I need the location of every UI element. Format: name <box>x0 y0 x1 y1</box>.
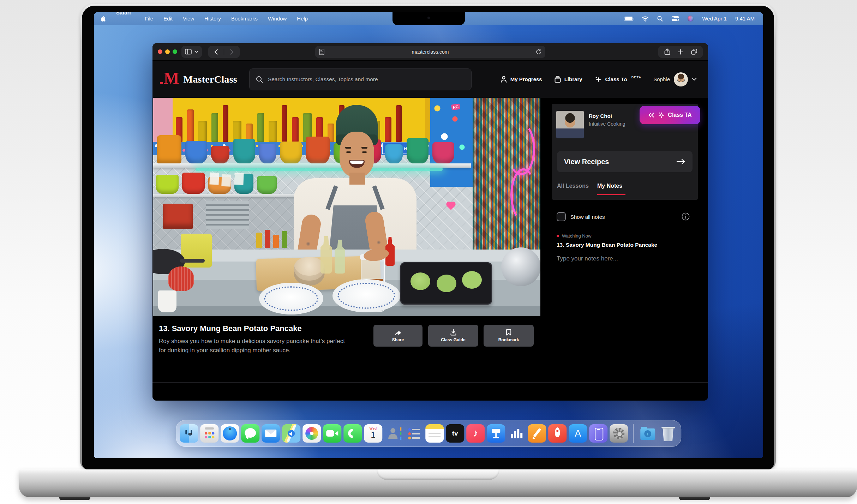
show-all-notes-checkbox[interactable] <box>557 212 566 221</box>
sparkle-icon <box>594 76 602 83</box>
reload-icon[interactable] <box>536 49 542 55</box>
sidebar-chevron-down-icon[interactable] <box>194 50 198 53</box>
nav-class-ta-label: Class TA <box>605 76 628 82</box>
menu-bar-time[interactable]: 9:41 AM <box>735 16 755 22</box>
menu-item-history[interactable]: History <box>204 16 221 22</box>
sidebar-toggle-group <box>181 46 202 58</box>
spotlight-search-icon[interactable] <box>657 16 663 22</box>
class-guide-button[interactable]: Class Guide <box>428 325 478 347</box>
control-center-icon[interactable] <box>671 16 679 21</box>
dock-numbers-icon[interactable] <box>507 424 526 443</box>
share-button[interactable]: Share <box>373 325 422 347</box>
tab-my-notes[interactable]: My Notes <box>597 183 622 189</box>
menu-item-edit[interactable]: Edit <box>163 16 173 22</box>
nav-class-ta[interactable]: Class TA BETA <box>594 76 642 83</box>
nav-library[interactable]: Library <box>554 76 582 83</box>
download-icon <box>450 329 457 336</box>
arrow-right-icon <box>676 158 685 165</box>
minimize-window-button[interactable] <box>165 49 170 54</box>
video-griddle <box>400 262 492 305</box>
dock-notes-icon[interactable] <box>425 424 444 443</box>
notes-input[interactable]: Type your notes here... <box>557 255 618 262</box>
menu-item-help[interactable]: Help <box>297 16 308 22</box>
chef-smile <box>349 160 365 168</box>
dock-pages-icon[interactable] <box>528 424 546 443</box>
close-window-button[interactable] <box>158 49 162 54</box>
search-bar[interactable] <box>249 68 472 90</box>
dock-app-store-icon[interactable]: A <box>569 424 587 443</box>
dock-music-icon[interactable] <box>466 424 485 443</box>
address-bar[interactable]: masterclass.com <box>315 46 545 58</box>
tab-overview-button[interactable] <box>687 46 701 58</box>
dock-rocket-icon[interactable] <box>548 424 567 443</box>
apple-tv-label: tv <box>452 430 458 437</box>
wifi-icon[interactable] <box>642 16 649 22</box>
siri-icon[interactable] <box>688 16 694 22</box>
dock-photos-icon[interactable] <box>302 424 321 443</box>
menu-bar-status: Wed Apr 1 9:41 AM <box>624 16 763 22</box>
share-page-button[interactable] <box>660 46 674 58</box>
menu-item-window[interactable]: Window <box>268 16 287 22</box>
instructor-thumbnail <box>556 111 584 138</box>
apple-menu-icon[interactable] <box>101 16 106 22</box>
tab-all-lessons[interactable]: All Lessons <box>557 183 589 189</box>
view-recipes-button[interactable]: View Recipes <box>557 151 693 172</box>
dock-phone-icon[interactable] <box>343 424 362 443</box>
share-label: Share <box>392 337 404 342</box>
nav-library-label: Library <box>564 76 582 82</box>
zoom-window-button[interactable] <box>173 49 177 54</box>
page-settings-icon[interactable] <box>319 49 324 55</box>
person-icon <box>500 76 507 83</box>
beta-badge: BETA <box>631 76 642 79</box>
lesson-description: Roy shows you how to make a delicious sa… <box>159 337 349 355</box>
dock-safari-icon[interactable] <box>221 424 239 443</box>
masterclass-logo[interactable]: M MasterClass <box>164 71 237 88</box>
dock-calendar-icon[interactable]: Wed 1 <box>364 424 382 443</box>
forward-button[interactable] <box>224 46 240 58</box>
video-mixing-bowl <box>501 247 540 286</box>
avatar <box>674 72 688 86</box>
dock-messages-icon[interactable] <box>241 424 259 443</box>
class-info-card: Roy Choi Intuitive Cooking Class TA View… <box>552 104 698 200</box>
search-input[interactable] <box>268 76 465 83</box>
dock: Wed 1 tv A <box>176 420 681 447</box>
video-bowl-stack <box>294 257 325 286</box>
class-ta-button-label: Class TA <box>668 112 691 118</box>
dock-downloads-icon[interactable] <box>639 424 657 443</box>
dock-system-settings-icon[interactable] <box>610 424 628 443</box>
dock-launchpad-icon[interactable] <box>200 424 218 443</box>
menu-item-bookmarks[interactable]: Bookmarks <box>231 16 258 22</box>
dock-apple-tv-icon[interactable]: tv <box>446 424 464 443</box>
back-button[interactable] <box>208 46 224 58</box>
new-tab-button[interactable] <box>674 46 687 58</box>
menu-bar-date[interactable]: Wed Apr 1 <box>702 16 727 22</box>
dock-finder-icon[interactable] <box>180 424 198 443</box>
content-row: PAPER HA RC <box>152 98 708 316</box>
user-menu[interactable]: Sophie <box>653 72 697 86</box>
video-red-box <box>163 204 193 229</box>
bookmark-button[interactable]: Bookmark <box>484 325 534 347</box>
search-icon <box>256 76 263 83</box>
masterclass-wordmark: MasterClass <box>183 74 237 85</box>
section-divider <box>152 382 708 383</box>
info-icon[interactable] <box>682 212 690 221</box>
dock-maps-icon[interactable] <box>282 424 300 443</box>
menu-item-view[interactable]: View <box>183 16 194 22</box>
menu-item-safari[interactable]: Safari <box>116 12 134 28</box>
display-notch <box>392 12 465 25</box>
class-ta-button[interactable]: Class TA <box>640 106 700 124</box>
dock-trash-icon[interactable] <box>659 424 677 443</box>
dock-facetime-icon[interactable] <box>323 424 341 443</box>
nav-my-progress[interactable]: My Progress <box>500 76 542 83</box>
dock-keynote-icon[interactable] <box>487 424 505 443</box>
video-red-strainer <box>168 266 194 291</box>
battery-icon[interactable] <box>624 17 633 21</box>
dock-iphone-mirroring-icon[interactable] <box>589 424 607 443</box>
menu-item-file[interactable]: File <box>145 16 153 22</box>
dock-contacts-icon[interactable] <box>384 424 403 443</box>
masterclass-logo-mark: M <box>164 70 179 86</box>
video-player[interactable]: PAPER HA RC <box>153 98 540 316</box>
dock-reminders-icon[interactable] <box>405 424 423 443</box>
sidebar-toggle-icon[interactable] <box>185 49 192 55</box>
dock-mail-icon[interactable] <box>262 424 280 443</box>
